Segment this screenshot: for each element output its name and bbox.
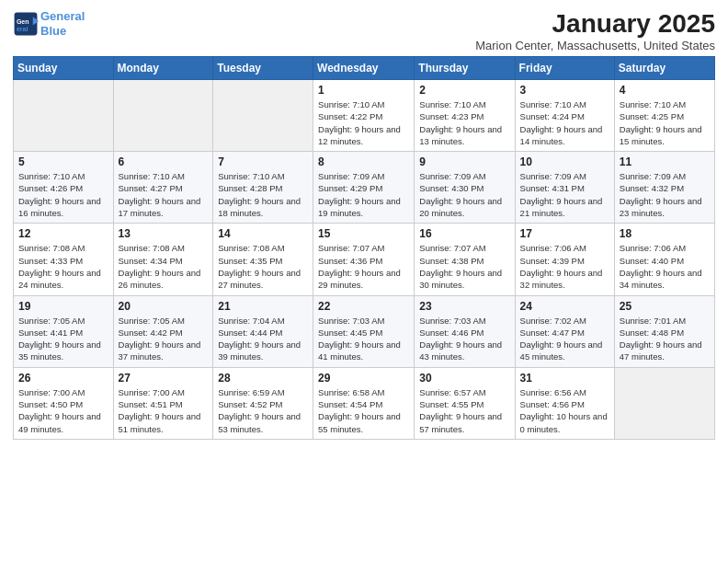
calendar-week-row: 5 Sunrise: 7:10 AM Sunset: 4:26 PM Dayli…	[14, 152, 715, 224]
sunset-text: Sunset: 4:56 PM	[520, 399, 585, 409]
daylight-text: Daylight: 9 hours and 39 minutes.	[218, 339, 301, 362]
calendar-day-cell: 21 Sunrise: 7:04 AM Sunset: 4:44 PM Dayl…	[213, 295, 313, 367]
day-info: Sunrise: 7:03 AM Sunset: 4:46 PM Dayligh…	[419, 315, 509, 363]
day-info: Sunrise: 7:09 AM Sunset: 4:31 PM Dayligh…	[520, 170, 609, 219]
daylight-text: Daylight: 9 hours and 19 minutes.	[318, 196, 401, 218]
calendar-day-cell	[14, 80, 114, 152]
day-number: 14	[218, 227, 308, 240]
sunrise-text: Sunrise: 6:57 AM	[419, 387, 485, 397]
logo-icon: Gen eral	[13, 11, 39, 37]
day-info: Sunrise: 7:02 AM Sunset: 4:47 PM Dayligh…	[520, 315, 609, 363]
daylight-text: Daylight: 9 hours and 32 minutes.	[520, 268, 603, 290]
sunset-text: Sunset: 4:55 PM	[419, 399, 483, 409]
day-info: Sunrise: 6:58 AM Sunset: 4:54 PM Dayligh…	[318, 386, 409, 435]
sunset-text: Sunset: 4:32 PM	[620, 183, 684, 193]
calendar-day-cell: 29 Sunrise: 6:58 AM Sunset: 4:54 PM Dayl…	[313, 367, 415, 439]
daylight-text: Daylight: 9 hours and 37 minutes.	[119, 339, 201, 362]
day-number: 4	[620, 84, 710, 97]
day-number: 8	[318, 155, 409, 168]
sunrise-text: Sunrise: 7:00 AM	[119, 387, 185, 397]
calendar-day-cell: 28 Sunrise: 6:59 AM Sunset: 4:52 PM Dayl…	[213, 367, 313, 439]
sunset-text: Sunset: 4:22 PM	[318, 111, 382, 121]
sunset-text: Sunset: 4:29 PM	[318, 183, 382, 193]
sunrise-text: Sunrise: 7:06 AM	[520, 243, 586, 253]
sunset-text: Sunset: 4:24 PM	[520, 111, 585, 121]
logo-line2: Blue	[40, 24, 66, 38]
day-info: Sunrise: 7:06 AM Sunset: 4:40 PM Dayligh…	[620, 242, 710, 291]
logo-text: General Blue	[40, 9, 85, 38]
day-number: 22	[318, 300, 409, 313]
day-number: 6	[119, 155, 209, 168]
day-info: Sunrise: 7:09 AM Sunset: 4:30 PM Dayligh…	[419, 170, 509, 219]
sunrise-text: Sunrise: 7:10 AM	[18, 171, 85, 181]
sunrise-text: Sunrise: 7:03 AM	[318, 316, 384, 326]
calendar-day-cell: 23 Sunrise: 7:03 AM Sunset: 4:46 PM Dayl…	[415, 295, 515, 367]
daylight-text: Daylight: 9 hours and 30 minutes.	[419, 268, 502, 290]
calendar-day-cell: 4 Sunrise: 7:10 AM Sunset: 4:25 PM Dayli…	[614, 80, 714, 152]
daylight-text: Daylight: 9 hours and 45 minutes.	[520, 339, 603, 362]
day-info: Sunrise: 7:08 AM Sunset: 4:35 PM Dayligh…	[218, 242, 308, 291]
sunrise-text: Sunrise: 7:10 AM	[318, 99, 384, 109]
calendar-day-cell: 26 Sunrise: 7:00 AM Sunset: 4:50 PM Dayl…	[14, 367, 114, 439]
sunset-text: Sunset: 4:44 PM	[218, 327, 282, 338]
calendar-day-cell: 11 Sunrise: 7:09 AM Sunset: 4:32 PM Dayl…	[614, 152, 714, 224]
sunrise-text: Sunrise: 7:10 AM	[520, 99, 586, 109]
calendar-day-cell: 8 Sunrise: 7:09 AM Sunset: 4:29 PM Dayli…	[313, 152, 415, 224]
day-info: Sunrise: 7:10 AM Sunset: 4:27 PM Dayligh…	[119, 170, 209, 219]
calendar-day-cell: 6 Sunrise: 7:10 AM Sunset: 4:27 PM Dayli…	[113, 152, 213, 224]
day-info: Sunrise: 7:07 AM Sunset: 4:38 PM Dayligh…	[419, 242, 509, 291]
day-number: 27	[119, 372, 209, 385]
sunset-text: Sunset: 4:50 PM	[18, 399, 83, 409]
day-number: 21	[218, 300, 308, 313]
daylight-text: Daylight: 9 hours and 26 minutes.	[119, 268, 201, 290]
sunset-text: Sunset: 4:26 PM	[18, 183, 83, 193]
day-info: Sunrise: 7:08 AM Sunset: 4:34 PM Dayligh…	[119, 242, 209, 291]
day-info: Sunrise: 7:07 AM Sunset: 4:36 PM Dayligh…	[318, 242, 409, 291]
calendar-day-cell: 25 Sunrise: 7:01 AM Sunset: 4:48 PM Dayl…	[614, 295, 714, 367]
daylight-text: Daylight: 9 hours and 49 minutes.	[18, 411, 101, 433]
calendar-day-cell: 1 Sunrise: 7:10 AM Sunset: 4:22 PM Dayli…	[313, 80, 415, 152]
day-info: Sunrise: 7:10 AM Sunset: 4:23 PM Dayligh…	[419, 98, 509, 147]
sunset-text: Sunset: 4:46 PM	[419, 327, 483, 338]
sunrise-text: Sunrise: 6:56 AM	[520, 387, 586, 397]
day-info: Sunrise: 7:10 AM Sunset: 4:26 PM Dayligh…	[18, 170, 108, 219]
weekday-header-row: SundayMondayTuesdayWednesdayThursdayFrid…	[14, 57, 715, 80]
day-number: 29	[318, 372, 409, 385]
calendar-day-cell: 16 Sunrise: 7:07 AM Sunset: 4:38 PM Dayl…	[415, 224, 515, 295]
day-info: Sunrise: 7:10 AM Sunset: 4:28 PM Dayligh…	[218, 170, 308, 219]
daylight-text: Daylight: 9 hours and 47 minutes.	[620, 339, 702, 362]
day-info: Sunrise: 7:04 AM Sunset: 4:44 PM Dayligh…	[218, 315, 308, 363]
sunset-text: Sunset: 4:35 PM	[218, 256, 282, 266]
sunset-text: Sunset: 4:28 PM	[218, 183, 282, 193]
calendar-day-cell: 13 Sunrise: 7:08 AM Sunset: 4:34 PM Dayl…	[113, 224, 213, 295]
day-number: 13	[119, 227, 209, 240]
calendar-day-cell: 9 Sunrise: 7:09 AM Sunset: 4:30 PM Dayli…	[415, 152, 515, 224]
day-number: 16	[419, 227, 509, 240]
sunset-text: Sunset: 4:52 PM	[218, 399, 282, 409]
svg-text:eral: eral	[17, 25, 28, 31]
daylight-text: Daylight: 9 hours and 18 minutes.	[218, 196, 301, 218]
daylight-text: Daylight: 9 hours and 24 minutes.	[18, 268, 101, 290]
sunset-text: Sunset: 4:33 PM	[18, 256, 83, 266]
day-number: 15	[318, 227, 409, 240]
sunrise-text: Sunrise: 7:04 AM	[218, 316, 284, 326]
daylight-text: Daylight: 9 hours and 35 minutes.	[18, 339, 101, 362]
sunset-text: Sunset: 4:30 PM	[419, 183, 483, 193]
sunrise-text: Sunrise: 7:00 AM	[18, 387, 85, 397]
daylight-text: Daylight: 9 hours and 14 minutes.	[520, 124, 603, 146]
sunset-text: Sunset: 4:39 PM	[520, 256, 585, 266]
day-number: 31	[520, 372, 609, 385]
calendar-day-cell: 10 Sunrise: 7:09 AM Sunset: 4:31 PM Dayl…	[515, 152, 614, 224]
day-info: Sunrise: 7:03 AM Sunset: 4:45 PM Dayligh…	[318, 315, 409, 363]
sunrise-text: Sunrise: 7:03 AM	[419, 316, 485, 326]
sunset-text: Sunset: 4:36 PM	[318, 256, 382, 266]
sunset-text: Sunset: 4:40 PM	[620, 256, 684, 266]
weekday-header-cell: Friday	[515, 57, 614, 80]
calendar-day-cell: 3 Sunrise: 7:10 AM Sunset: 4:24 PM Dayli…	[515, 80, 614, 152]
day-number: 5	[18, 155, 108, 168]
month-title: January 2025	[475, 9, 715, 39]
calendar-day-cell: 7 Sunrise: 7:10 AM Sunset: 4:28 PM Dayli…	[213, 152, 313, 224]
sunrise-text: Sunrise: 7:09 AM	[620, 171, 686, 181]
weekday-header-cell: Saturday	[614, 57, 714, 80]
sunrise-text: Sunrise: 7:08 AM	[119, 243, 185, 253]
